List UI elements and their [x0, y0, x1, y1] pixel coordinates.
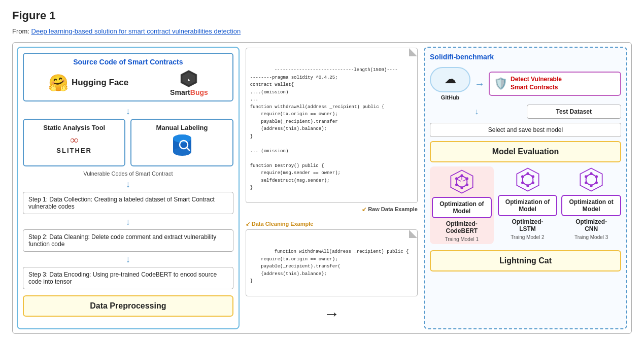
- select-best-box: Select and save best model: [430, 123, 621, 137]
- arrow-down-4: ↓: [23, 255, 233, 264]
- model2-hex-icon: [515, 166, 541, 193]
- lightning-cat-box: Lightning Cat: [430, 250, 621, 271]
- svg-line-49: [586, 174, 591, 177]
- model-eval-box: Model Evaluation: [430, 141, 621, 162]
- figure-title: Figure 1: [12, 9, 632, 22]
- select-best-label: Select and save best model: [488, 126, 563, 133]
- slither-logo: ∞ SLITHER: [56, 133, 92, 154]
- static-analysis-title: Static Analysis Tool: [43, 124, 105, 131]
- detect-text: Detect VulnerableSmart Contracts: [511, 76, 562, 91]
- github-label: GitHub: [441, 94, 460, 100]
- model-eval-label: Model Evaluation: [492, 147, 559, 156]
- model1-train-label: Traing Model 1: [445, 236, 479, 242]
- model1-opt-box: Optimization ofModel: [432, 197, 492, 218]
- manual-labeling-title: Manual Labeling: [156, 124, 208, 131]
- raw-data-label: ↙ Raw Data Example: [246, 206, 418, 213]
- shield-icon: 🛡️: [494, 77, 507, 90]
- vulnerable-label: Vulnerable Codes of Smart Contract: [23, 171, 233, 177]
- arrow-down-2: ↓: [23, 180, 233, 189]
- right-arrow-icon: →: [323, 304, 340, 323]
- data-cleaning-section: ↙ Data Cleaning Example function withdra…: [246, 221, 418, 296]
- slither-text: SLITHER: [56, 147, 92, 154]
- svg-line-25: [457, 180, 461, 181]
- middle-col: -----------------------------length(1500…: [244, 43, 420, 333]
- static-analysis-box: Static Analysis Tool ∞ SLITHER: [23, 119, 125, 166]
- svg-marker-10: [451, 170, 472, 193]
- clean-code-box: function withdrawAll(address _recipient)…: [246, 229, 418, 296]
- test-section: ↓ Test Dataset: [430, 105, 621, 119]
- step3-text: Step 3: Data Encoding: Using pre-trained…: [28, 271, 217, 285]
- solidifi-title: Solidifi-benchmark: [430, 53, 621, 61]
- select-best-section: Select and save best model: [430, 123, 621, 137]
- model3-train-label: Traing Model 3: [574, 234, 608, 240]
- svg-marker-27: [517, 168, 538, 191]
- model1-sub: Optimized-CodeBERT: [446, 220, 478, 234]
- smartbugs-logo: ▲ SmartBugs: [170, 69, 208, 96]
- arrow-down-detect-icon: ↓: [474, 107, 479, 116]
- test-dataset-box: Test Dataset: [527, 105, 622, 119]
- model3-hex-icon: [578, 166, 604, 193]
- test-dataset-label: Test Dataset: [556, 108, 592, 115]
- lightning-cat-label: Lightning Cat: [499, 256, 552, 265]
- model2-sub: Optimized-LSTM: [512, 218, 544, 232]
- model3-opt-box: Optimization otModel: [561, 195, 621, 216]
- step3-box: Step 3: Data Encoding: Using pre-trained…: [23, 267, 233, 289]
- arrow-down-3: ↓: [23, 217, 233, 226]
- arrow-right-1-icon: →: [474, 78, 485, 90]
- svg-line-53: [586, 183, 591, 186]
- clean-code-text: function withdrawAll(address _recipient)…: [250, 249, 409, 284]
- model1-hex-icon: [449, 168, 475, 195]
- svg-line-26: [463, 180, 466, 181]
- left-panel: Source Code of Smart Contracts 🤗 Hugging…: [17, 47, 240, 329]
- detect-box: 🛡️ Detect VulnerableSmart Contracts: [489, 72, 621, 95]
- data-cleaning-label: ↙ Data Cleaning Example: [246, 221, 418, 227]
- step1-text: Step 1: Data Collection: Creating a labe…: [28, 196, 215, 210]
- slither-snake-icon: ∞: [70, 133, 78, 147]
- folded-corner-icon: [409, 48, 417, 56]
- svg-line-35: [522, 174, 527, 177]
- source-code-title: Source Code of Smart Contracts: [73, 58, 183, 66]
- model-col-1: Optimization ofModel Optimized-CodeBERT …: [430, 166, 494, 244]
- smartbugs-text: SmartBugs: [170, 88, 208, 96]
- main-diagram: Source Code of Smart Contracts 🤗 Hugging…: [12, 42, 632, 334]
- source-logos: 🤗 Hugging Face ▲ SmartBugs: [30, 69, 226, 96]
- hugging-face-logo: 🤗 Hugging Face: [48, 73, 128, 92]
- svg-line-22: [456, 185, 461, 188]
- svg-marker-41: [581, 168, 602, 191]
- right-panel: Solidifi-benchmark ☁ GitHub → 🛡️ Detect …: [424, 47, 627, 329]
- svg-line-18: [456, 176, 461, 179]
- svg-line-19: [462, 176, 467, 179]
- cloud-shape: ☁: [430, 67, 470, 92]
- from-label: From:: [12, 27, 29, 35]
- source-code-box: Source Code of Smart Contracts 🤗 Hugging…: [23, 53, 233, 101]
- top-right-section: ☁ GitHub → 🛡️ Detect VulnerableSmart Con…: [430, 67, 621, 100]
- svg-line-39: [522, 183, 527, 186]
- github-cloud: ☁ GitHub: [430, 67, 470, 100]
- step2-box: Step 2: Data Cleaning: Delete code comme…: [23, 229, 233, 252]
- model2-train-label: Traing Model 2: [511, 234, 544, 240]
- github-icon: ☁: [445, 73, 456, 86]
- svg-line-36: [528, 174, 533, 177]
- svg-text:▲: ▲: [187, 78, 191, 81]
- hugging-emoji: 🤗: [48, 73, 69, 92]
- manual-labeling-box: Manual Labeling: [130, 119, 233, 166]
- smartbugs-hex-icon: ▲: [179, 69, 198, 88]
- model-col-3: Optimization otModel Optimized-CNN Train…: [561, 166, 621, 244]
- models-row: Optimization ofModel Optimized-CodeBERT …: [430, 166, 621, 244]
- svg-line-50: [591, 174, 596, 177]
- database-icon: [170, 133, 194, 161]
- svg-line-40: [528, 183, 533, 186]
- model-col-2: Optimization ofModel Optimized-LSTM Trai…: [498, 166, 558, 244]
- step1-box: Step 1: Data Collection: Creating a labe…: [23, 192, 233, 214]
- paper-link[interactable]: Deep learning-based solution for smart c…: [31, 27, 241, 35]
- model2-opt-box: Optimization ofModel: [498, 195, 558, 216]
- arrow-down-1: ↓: [23, 107, 233, 116]
- raw-code-box: -----------------------------length(1500…: [246, 48, 418, 203]
- folded-corner-2-icon: [409, 230, 417, 238]
- from-line: From: Deep learning-based solution for s…: [12, 27, 632, 35]
- raw-code-text: -----------------------------length(1500…: [250, 67, 398, 190]
- hugging-face-name: Hugging Face: [72, 78, 128, 88]
- svg-line-23: [462, 185, 467, 188]
- right-arrow-section: →: [246, 304, 418, 328]
- tools-row: Static Analysis Tool ∞ SLITHER Manual La…: [23, 119, 233, 166]
